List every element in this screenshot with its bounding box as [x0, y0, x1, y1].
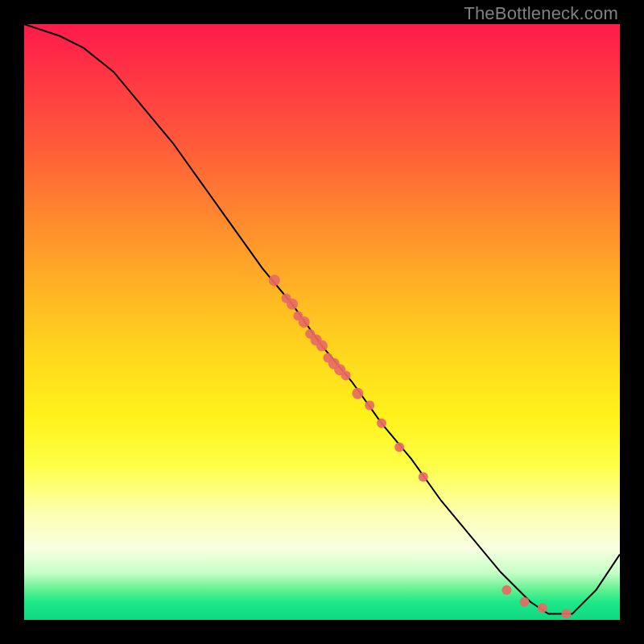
data-point — [341, 371, 351, 381]
data-point — [316, 341, 328, 352]
bottleneck-curve — [24, 24, 620, 614]
data-point — [377, 419, 386, 428]
data-point — [520, 597, 530, 607]
data-point — [352, 388, 363, 399]
curve-path — [24, 24, 620, 614]
data-point — [394, 442, 404, 452]
data-point — [538, 603, 547, 613]
attribution-label: TheBottleneck.com — [464, 3, 618, 24]
data-point — [561, 609, 571, 619]
chart-frame: TheBottleneck.com — [0, 0, 644, 644]
data-point — [299, 316, 310, 328]
data-point — [502, 585, 511, 595]
data-point — [365, 401, 374, 411]
data-point — [419, 472, 428, 481]
data-point — [287, 299, 298, 310]
data-points — [269, 275, 572, 618]
chart-overlay — [24, 24, 620, 620]
data-point — [269, 275, 280, 286]
